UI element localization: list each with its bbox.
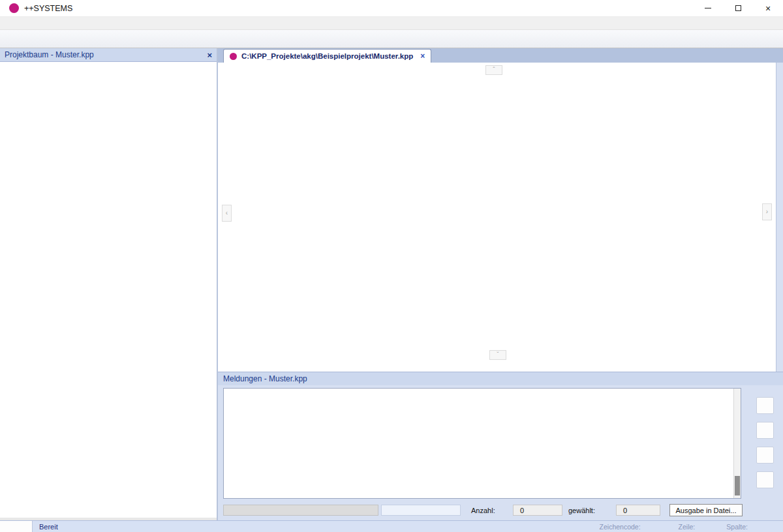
tab-close-icon[interactable]: × — [420, 52, 425, 61]
project-tree-title: Projektbaum - Muster.kpp — [5, 50, 94, 59]
messages-panel: Anzahl: 0 gewählt: 0 Ausgabe in Datei... — [218, 385, 783, 520]
status-ready: Bereit — [39, 523, 58, 531]
close-icon: × — [765, 4, 771, 13]
minimize-button[interactable] — [693, 0, 723, 16]
edit-message-button[interactable] — [756, 447, 774, 464]
status-field — [381, 505, 461, 516]
window-controls: × — [693, 0, 783, 16]
minimize-icon — [705, 8, 711, 8]
progress-bar — [223, 505, 378, 516]
tandler-logo — [0, 521, 33, 532]
tab-bar: C:\KPP_Projekte\akg\Beispielprojekt\Must… — [218, 48, 783, 63]
gewaehlt-label: gewählt: — [568, 507, 595, 514]
clear-messages-button[interactable] — [756, 471, 774, 488]
log-scrollbar-thumb[interactable] — [735, 476, 740, 495]
app-logo-icon — [9, 3, 19, 13]
pan-right-button[interactable]: › — [762, 203, 772, 220]
mark-red-nodes-button[interactable] — [756, 397, 774, 414]
gewaehlt-value: 0 — [616, 505, 660, 516]
network-map-canvas[interactable]: ˆ ‹ › ˇ — [218, 63, 776, 372]
maximize-button[interactable] — [723, 0, 753, 16]
document-area: C:\KPP_Projekte\akg\Beispielprojekt\Must… — [218, 48, 783, 520]
output-to-file-button[interactable]: Ausgabe in Datei... — [669, 504, 743, 516]
mark-teal-nodes-button[interactable] — [756, 422, 774, 439]
line-label: Zeile: — [679, 523, 696, 531]
messages-title: Meldungen - Muster.kpp — [223, 374, 307, 383]
message-log[interactable] — [223, 388, 741, 499]
title-bar: ++SYSTEMS × — [0, 0, 783, 17]
toolbar — [0, 30, 783, 48]
panel-close-icon[interactable]: × — [207, 51, 212, 59]
tab-muster-kpp[interactable]: C:\KPP_Projekte\akg\Beispielprojekt\Must… — [223, 49, 431, 63]
pan-left-button[interactable]: ‹ — [222, 205, 232, 222]
window-title: ++SYSTEMS — [24, 4, 72, 13]
column-label: Spalte: — [726, 523, 748, 531]
pan-down-button[interactable]: ˇ — [489, 350, 506, 360]
anzahl-value: 0 — [513, 505, 562, 516]
status-bar: Bereit Zeichencode: Zeile: Spalte: — [0, 520, 783, 532]
charcode-label: Zeichencode: — [600, 523, 641, 531]
pan-up-button[interactable]: ˆ — [485, 65, 502, 75]
tab-file-icon — [230, 53, 237, 60]
main-area: Projektbaum - Muster.kpp × C:\KPP_Projek… — [0, 48, 783, 520]
project-tree — [0, 62, 217, 520]
anzahl-label: Anzahl: — [471, 507, 495, 514]
messages-header: Meldungen - Muster.kpp — [218, 372, 783, 385]
project-tree-header: Projektbaum - Muster.kpp × — [0, 48, 217, 62]
log-scrollbar[interactable] — [733, 389, 741, 498]
maximize-icon — [735, 5, 741, 11]
tab-title: C:\KPP_Projekte\akg\Beispielprojekt\Must… — [241, 52, 413, 60]
project-tree-panel: Projektbaum - Muster.kpp × — [0, 48, 218, 520]
menu-bar — [0, 17, 783, 30]
map-area: ˆ ‹ › ˇ — [218, 63, 783, 372]
close-button[interactable]: × — [753, 0, 783, 16]
